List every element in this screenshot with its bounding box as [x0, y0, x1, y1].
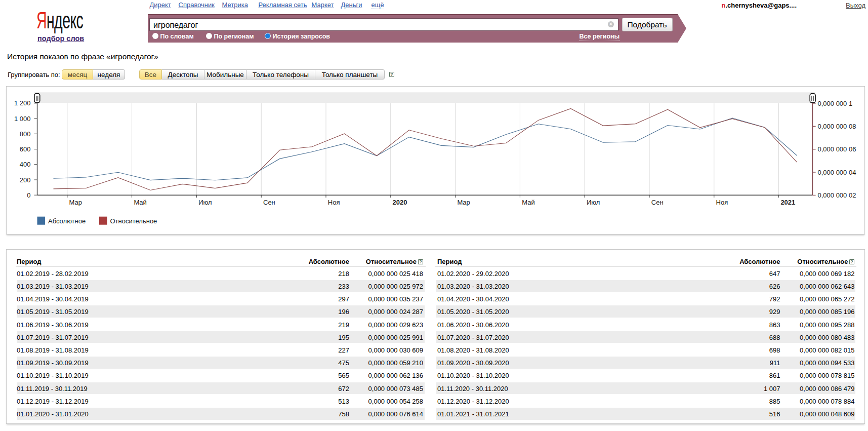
- svg-text:Сен: Сен: [651, 199, 664, 206]
- svg-text:Мар: Мар: [457, 199, 470, 206]
- svg-text:Ноя: Ноя: [716, 199, 728, 206]
- svg-text:2020: 2020: [393, 199, 407, 206]
- svg-text:200: 200: [20, 176, 31, 184]
- svg-text:0,000 000 1: 0,000 000 1: [818, 100, 853, 107]
- svg-text:0,000 000 08: 0,000 000 08: [818, 123, 856, 130]
- svg-text:Абсолютное: Абсолютное: [48, 217, 86, 225]
- svg-text:Относительное: Относительное: [110, 217, 157, 225]
- svg-text:Июл: Июл: [587, 199, 600, 206]
- svg-text:Июл: Июл: [198, 199, 212, 206]
- svg-text:Сен: Сен: [263, 199, 275, 206]
- svg-text:Май: Май: [134, 199, 146, 206]
- svg-text:800: 800: [20, 130, 31, 138]
- svg-text:1 200: 1 200: [14, 99, 31, 107]
- svg-text:0,000 000 04: 0,000 000 04: [818, 169, 856, 176]
- svg-text:Май: Май: [522, 199, 534, 206]
- svg-text:1 000: 1 000: [14, 115, 31, 123]
- svg-text:Мар: Мар: [69, 199, 82, 206]
- svg-text:0,000 000 06: 0,000 000 06: [818, 145, 856, 153]
- svg-text:Ноя: Ноя: [328, 199, 340, 206]
- svg-text:0,000 000 02: 0,000 000 02: [818, 191, 856, 199]
- svg-text:400: 400: [20, 161, 31, 168]
- svg-text:2021: 2021: [780, 199, 795, 206]
- svg-text:0: 0: [27, 191, 30, 199]
- svg-text:600: 600: [20, 145, 31, 153]
